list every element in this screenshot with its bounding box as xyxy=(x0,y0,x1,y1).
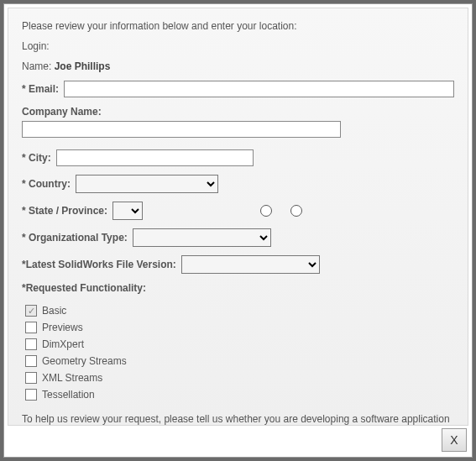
country-row: * Country: xyxy=(22,175,454,193)
city-row: * City: xyxy=(22,149,454,166)
email-row: * Email: xyxy=(22,81,454,97)
checkbox-dimxpert[interactable] xyxy=(25,338,37,350)
orgtype-select[interactable] xyxy=(133,228,271,247)
name-row: Name: Joe Phillips xyxy=(22,60,454,72)
intro-text: Please review your information below and… xyxy=(22,20,454,32)
country-select[interactable] xyxy=(76,175,218,193)
checkbox-label: Tessellation xyxy=(42,389,95,401)
checkbox-label: Geometry Streams xyxy=(42,355,127,367)
orgtype-label: * Organizational Type: xyxy=(22,232,128,244)
state-select[interactable] xyxy=(112,202,143,220)
list-item: XML Streams xyxy=(25,369,454,386)
list-item: ✓ Basic xyxy=(25,302,454,319)
list-item: Tessellation xyxy=(25,386,454,403)
radio-option-2[interactable] xyxy=(290,205,302,217)
state-label: * State / Province: xyxy=(22,205,107,217)
filever-select[interactable] xyxy=(181,255,320,274)
name-value: Joe Phillips xyxy=(55,60,111,72)
company-label-row: Company Name: xyxy=(22,106,454,118)
checkbox-basic: ✓ xyxy=(25,305,37,317)
company-name-input[interactable] xyxy=(22,121,341,138)
company-input-row xyxy=(22,121,454,138)
functionality-list: ✓ Basic Previews DimXpert Geometry Strea… xyxy=(25,302,454,403)
radio-option-1[interactable] xyxy=(260,205,272,217)
login-label: Login: xyxy=(22,40,454,52)
name-label: Name: xyxy=(22,60,51,72)
footer-question: To help us review your request, please t… xyxy=(22,413,454,426)
city-label: * City: xyxy=(22,152,51,164)
checkbox-previews[interactable] xyxy=(25,322,37,333)
country-label: * Country: xyxy=(22,178,71,190)
state-row: * State / Province: xyxy=(22,202,454,220)
radio-group xyxy=(260,205,302,217)
checkbox-label: DimXpert xyxy=(42,338,84,350)
checkbox-geometry-streams[interactable] xyxy=(25,355,37,367)
close-button[interactable]: X xyxy=(442,428,467,452)
filever-row: *Latest SolidWorks File Version: xyxy=(22,255,454,274)
email-label: * Email: xyxy=(22,83,59,95)
list-item: DimXpert xyxy=(25,336,454,353)
checkbox-label: Previews xyxy=(42,322,83,333)
check-icon: ✓ xyxy=(28,306,35,316)
list-item: Previews xyxy=(25,319,454,336)
city-input[interactable] xyxy=(56,149,254,166)
checkbox-xml-streams[interactable] xyxy=(25,372,37,384)
company-label: Company Name: xyxy=(22,106,102,118)
checkbox-tessellation[interactable] xyxy=(25,389,37,401)
close-icon: X xyxy=(450,433,458,447)
checkbox-label: XML Streams xyxy=(42,372,102,384)
email-input[interactable] xyxy=(64,81,454,97)
dialog-footer: X xyxy=(8,427,468,453)
list-item: Geometry Streams xyxy=(25,353,454,369)
checkbox-label: Basic xyxy=(42,305,66,317)
form-scroll-area[interactable]: Please review your information below and… xyxy=(8,8,468,426)
orgtype-row: * Organizational Type: xyxy=(22,228,454,247)
functionality-label: *Requested Functionality: xyxy=(22,282,449,294)
filever-label: *Latest SolidWorks File Version: xyxy=(22,259,176,270)
